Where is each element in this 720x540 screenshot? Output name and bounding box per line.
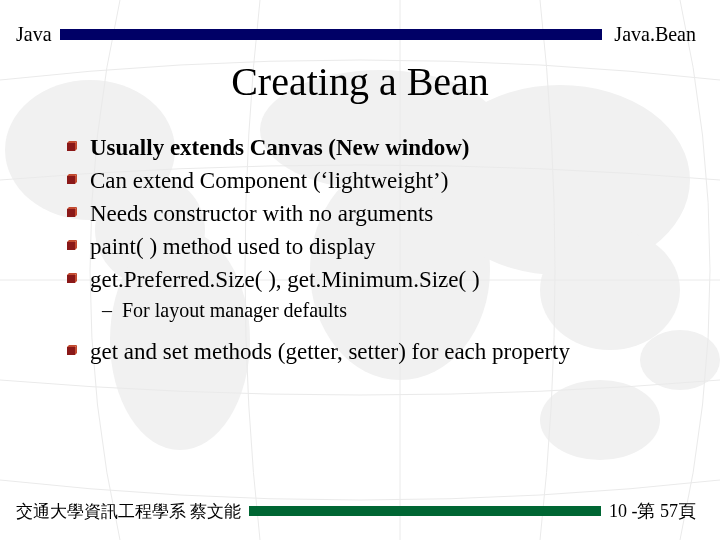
cube-bullet-icon <box>64 173 78 187</box>
bullet-level-1: get and set methods (getter, setter) for… <box>64 336 680 367</box>
bullet-text: paint( ) method used to display <box>90 231 376 262</box>
bullet-text: Can extend Component (‘lightweight’) <box>90 165 448 196</box>
dash-bullet-icon: – <box>102 297 112 324</box>
footer-bar: 交通大學資訊工程學系 蔡文能 10 -第 57頁 <box>16 500 696 522</box>
slide-body: Usually extends Canvas (New window) Can … <box>64 130 680 369</box>
svg-marker-24 <box>67 347 75 355</box>
bullet-level-2: –For layout manager defaults <box>102 297 680 324</box>
bullet-level-1: paint( ) method used to display <box>64 231 680 262</box>
header-rule <box>60 29 603 40</box>
cube-bullet-icon <box>64 206 78 220</box>
svg-marker-12 <box>67 176 75 184</box>
bullet-level-1: Needs constructor with no arguments <box>64 198 680 229</box>
bullet-text: Needs constructor with no arguments <box>90 198 433 229</box>
cube-bullet-icon <box>64 344 78 358</box>
slide: Java Java.Bean Creating a Bean Usually e… <box>0 0 720 540</box>
cube-bullet-icon <box>64 239 78 253</box>
header-bar: Java Java.Bean <box>16 22 696 46</box>
svg-marker-21 <box>67 275 75 283</box>
svg-marker-18 <box>67 242 75 250</box>
bullet-text: Usually extends Canvas (New window) <box>90 132 470 163</box>
bullet-text: For layout manager defaults <box>122 297 347 324</box>
header-right-text: Java.Bean <box>614 23 696 46</box>
slide-title: Creating a Bean <box>0 58 720 105</box>
bullet-level-1: Can extend Component (‘lightweight’) <box>64 165 680 196</box>
cube-bullet-icon <box>64 140 78 154</box>
header-left-text: Java <box>16 23 52 46</box>
bullet-level-1: Usually extends Canvas (New window) <box>64 132 680 163</box>
bullet-level-1: get.Preferred.Size( ), get.Minimum.Size(… <box>64 264 680 295</box>
bullet-text: get.Preferred.Size( ), get.Minimum.Size(… <box>90 264 480 295</box>
svg-marker-15 <box>67 209 75 217</box>
footer-left-text: 交通大學資訊工程學系 蔡文能 <box>16 500 241 523</box>
bullet-text: get and set methods (getter, setter) for… <box>90 336 570 367</box>
cube-bullet-icon <box>64 272 78 286</box>
footer-right-text: 10 -第 57頁 <box>609 499 696 523</box>
footer-rule <box>249 506 601 516</box>
svg-marker-9 <box>67 143 75 151</box>
